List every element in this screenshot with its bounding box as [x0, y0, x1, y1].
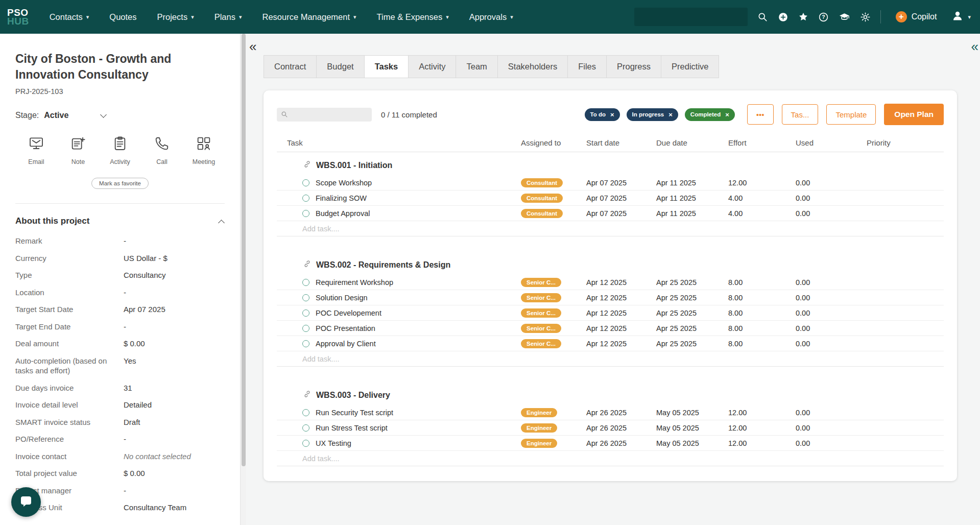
academy-cap-icon[interactable] — [839, 11, 850, 23]
chip-close-icon[interactable]: × — [668, 111, 673, 118]
toolbar-button[interactable]: Open Plan — [884, 104, 944, 125]
assignee-badge[interactable]: Senior C... — [521, 278, 561, 287]
assignee-badge[interactable]: Consultant — [521, 178, 563, 187]
menu-item[interactable]: Approvals ▾ — [469, 12, 513, 22]
task-status-circle[interactable] — [302, 179, 309, 186]
task-name[interactable]: Requirement Workshop — [316, 278, 393, 287]
table-row[interactable]: Scope Workshop Consultant Apr 07 2025 Ap… — [277, 175, 944, 190]
add-task-row[interactable]: Add task.... — [277, 221, 944, 236]
task-name[interactable]: Scope Workshop — [316, 179, 372, 187]
sidebar-scrollbar[interactable] — [240, 34, 246, 525]
assignee-badge[interactable]: Engineer — [521, 423, 557, 433]
task-name[interactable]: Run Security Test script — [316, 409, 393, 417]
task-status-circle[interactable] — [302, 409, 309, 416]
task-status-circle[interactable] — [302, 309, 309, 317]
tab[interactable]: Tasks — [365, 55, 409, 78]
task-name[interactable]: POC Presentation — [316, 324, 375, 332]
menu-item[interactable]: Quotes ▾ — [109, 12, 136, 22]
tab[interactable]: Activity — [409, 55, 456, 78]
tab[interactable]: Budget — [317, 55, 364, 78]
collapse-sidebar-icon[interactable]: « — [249, 40, 256, 53]
task-name[interactable]: Run Stress Test script — [316, 424, 388, 432]
task-status-circle[interactable] — [302, 210, 309, 217]
tab[interactable]: Predictive — [661, 55, 719, 78]
toolbar-button[interactable]: Tas... — [782, 104, 819, 125]
assignee-badge[interactable]: Senior C... — [521, 293, 561, 302]
menu-item[interactable]: Time & Expenses ▾ — [377, 12, 449, 22]
add-task-label[interactable]: Add task.... — [277, 455, 521, 463]
settings-gear-icon[interactable] — [860, 12, 871, 22]
email-action-button[interactable]: Email — [15, 135, 57, 165]
filter-chip[interactable]: Completed × — [685, 108, 735, 121]
chevron-up-icon[interactable] — [218, 220, 225, 226]
group-header[interactable]: WBS.002 - Requirements & Design — [277, 252, 944, 275]
task-name[interactable]: Solution Design — [316, 294, 368, 302]
table-row[interactable]: UX Testing Engineer Apr 26 2025 May 05 2… — [277, 436, 944, 451]
activity-action-button[interactable]: Activity — [99, 135, 141, 165]
tab[interactable]: Progress — [607, 55, 661, 78]
task-status-circle[interactable] — [302, 279, 309, 286]
table-row[interactable]: Budget Approval Consultant Apr 07 2025 A… — [277, 206, 944, 221]
global-search-input[interactable] — [634, 8, 748, 26]
task-status-circle[interactable] — [302, 325, 309, 332]
add-task-label[interactable]: Add task.... — [277, 355, 521, 363]
call-action-button[interactable]: Call — [141, 135, 183, 165]
app-logo[interactable]: PSO HUB — [7, 8, 29, 26]
add-task-row[interactable]: Add task.... — [277, 351, 944, 367]
task-status-circle[interactable] — [302, 195, 309, 202]
group-header[interactable]: WBS.001 - Initiation — [277, 152, 944, 175]
task-status-circle[interactable] — [302, 424, 309, 432]
task-status-circle[interactable] — [302, 440, 309, 447]
table-row[interactable]: POC Developement Senior C... Apr 12 2025… — [277, 305, 944, 321]
assignee-badge[interactable]: Senior C... — [521, 308, 561, 318]
task-status-circle[interactable] — [302, 340, 309, 347]
table-row[interactable]: Run Stress Test script Engineer Apr 26 2… — [277, 420, 944, 436]
add-task-row[interactable]: Add task.... — [277, 451, 944, 466]
help-icon[interactable]: ? — [818, 12, 829, 22]
table-row[interactable]: Run Security Test script Engineer Apr 26… — [277, 405, 944, 420]
task-name[interactable]: Budget Approval — [316, 209, 370, 218]
task-name[interactable]: Finalizing SOW — [316, 194, 367, 202]
favorites-star-icon[interactable] — [798, 12, 808, 22]
menu-item[interactable]: Resource Management ▾ — [262, 12, 356, 22]
table-row[interactable]: Finalizing SOW Consultant Apr 07 2025 Ap… — [277, 190, 944, 206]
chip-close-icon[interactable]: × — [725, 111, 729, 118]
menu-item[interactable]: Contacts ▾ — [50, 12, 89, 22]
tab[interactable]: Contract — [264, 55, 317, 78]
tab[interactable]: Stakeholders — [498, 55, 568, 78]
toolbar-button[interactable]: ••• — [747, 104, 774, 125]
assignee-badge[interactable]: Senior C... — [521, 339, 561, 348]
chevron-down-icon[interactable] — [100, 111, 107, 118]
assignee-badge[interactable]: Engineer — [521, 408, 557, 417]
user-menu[interactable]: ▾ — [951, 10, 971, 24]
task-name[interactable]: POC Developement — [316, 309, 381, 317]
note-action-button[interactable]: Note — [57, 135, 99, 165]
assignee-badge[interactable]: Consultant — [521, 194, 563, 203]
menu-item[interactable]: Plans ▾ — [214, 12, 242, 22]
tab[interactable]: Team — [456, 55, 497, 78]
menu-item[interactable]: Projects ▾ — [157, 12, 194, 22]
meeting-action-button[interactable]: Meeting — [183, 135, 225, 165]
table-row[interactable]: POC Presentation Senior C... Apr 12 2025… — [277, 321, 944, 336]
task-search-input[interactable] — [277, 108, 372, 122]
group-header[interactable]: WBS.003 - Delivery — [277, 382, 944, 405]
table-row[interactable]: Approval by Client Senior C... Apr 12 20… — [277, 336, 944, 351]
filter-chip[interactable]: In progress × — [627, 108, 678, 121]
copilot-button[interactable]: + Copilot — [891, 8, 942, 26]
about-section-header[interactable]: About this project — [15, 204, 225, 232]
tab[interactable]: Files — [568, 55, 607, 78]
add-task-label[interactable]: Add task.... — [277, 225, 521, 233]
assignee-badge[interactable]: Consultant — [521, 209, 563, 218]
stage-selector[interactable]: Stage: Active — [15, 111, 225, 120]
table-row[interactable]: Solution Design Senior C... Apr 12 2025 … — [277, 290, 944, 305]
task-name[interactable]: Approval by Client — [316, 340, 376, 348]
add-circle-icon[interactable] — [778, 12, 788, 22]
task-name[interactable]: UX Testing — [316, 439, 351, 447]
chat-launcher[interactable] — [11, 487, 41, 517]
table-row[interactable]: Requirement Workshop Senior C... Apr 12 … — [277, 275, 944, 290]
chip-close-icon[interactable]: × — [610, 111, 614, 118]
assignee-badge[interactable]: Engineer — [521, 439, 557, 448]
task-status-circle[interactable] — [302, 294, 309, 301]
collapse-right-panel-icon[interactable]: « — [971, 40, 978, 53]
assignee-badge[interactable]: Senior C... — [521, 324, 561, 333]
